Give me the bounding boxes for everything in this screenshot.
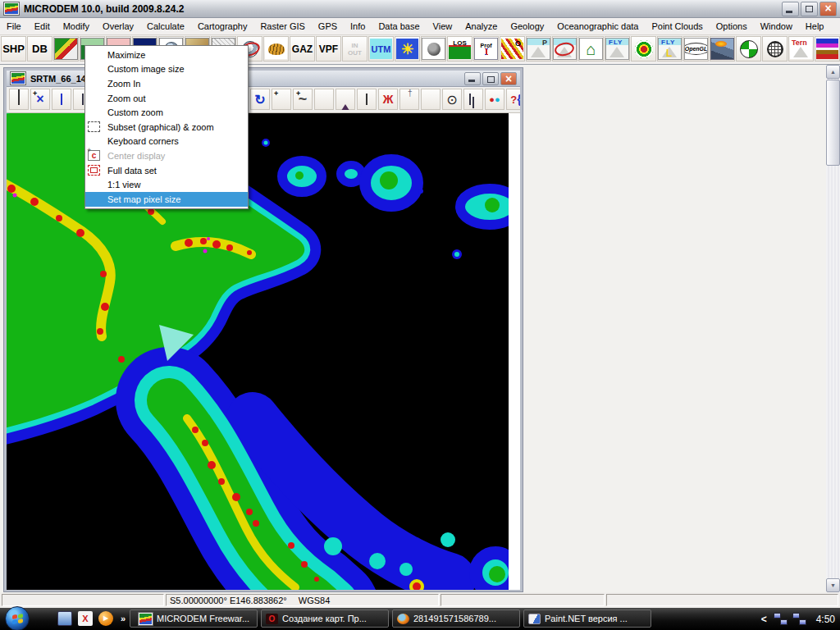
toolbar-tern-button[interactable]: Tern xyxy=(788,36,814,62)
context-menu-item-custom-zoom[interactable]: Custom zoom xyxy=(85,105,248,120)
toolbar-target-button[interactable] xyxy=(631,36,656,62)
context-menu-item-maximize[interactable]: Maximize xyxy=(85,48,248,62)
restore-button[interactable] xyxy=(801,2,818,16)
cone-icon xyxy=(338,94,353,104)
context-menu-item-1-1-view[interactable]: 1:1 view xyxy=(85,177,248,192)
scroll-down-button[interactable]: ▼ xyxy=(826,578,840,592)
menu-item-overlay[interactable]: Overlay xyxy=(96,19,140,34)
toolbar-terrain-block-button[interactable] xyxy=(710,36,735,62)
task-button-opera[interactable]: Создание карт. Пр... xyxy=(261,609,389,628)
toolbar-db-button[interactable]: DB xyxy=(27,36,52,62)
menu-item-data-base[interactable]: Data base xyxy=(372,19,426,34)
map-toolbar-blink-button[interactable] xyxy=(485,89,504,110)
map-window[interactable]: SRTM_66_14 xyxy=(4,68,523,591)
menu-item-options[interactable]: Options xyxy=(710,19,754,34)
toolbar-strat-column-button[interactable] xyxy=(815,36,840,62)
map-toolbar-query-button[interactable] xyxy=(506,89,520,110)
menu-item-geology[interactable]: Geology xyxy=(504,19,550,34)
menu-item-window[interactable]: Window xyxy=(754,19,799,34)
map-toolbar-route-button[interactable] xyxy=(293,89,313,110)
circle-quarters-icon xyxy=(737,39,760,59)
map-toolbar-river-button[interactable] xyxy=(357,89,377,110)
menu-item-point-clouds[interactable]: Point Clouds xyxy=(645,19,709,34)
menu-item-cartography[interactable]: Cartography xyxy=(191,19,254,34)
map-toolbar-measure-button[interactable] xyxy=(272,89,291,110)
context-menu-item-keyboard-corners[interactable]: Keyboard corners xyxy=(85,135,248,149)
context-menu-item-zoom-in[interactable]: Zoom In xyxy=(85,76,248,91)
close-button[interactable] xyxy=(819,2,837,16)
quicklaunch-media-icon[interactable] xyxy=(98,611,113,626)
network-icon-1[interactable] xyxy=(774,613,788,625)
toolbar-tiger-button[interactable] xyxy=(263,36,289,62)
toolbar-mtn-x-button[interactable] xyxy=(552,36,578,62)
toolbar-inout-button[interactable]: INOUT xyxy=(342,36,368,62)
toolbar-house-button[interactable] xyxy=(578,36,604,62)
context-menu-item-zoom-out[interactable]: Zoom out xyxy=(85,91,248,106)
toolbar-gaz-button[interactable]: GAZ xyxy=(290,36,315,62)
start-button[interactable] xyxy=(5,606,30,630)
tray-chevron-icon[interactable]: < xyxy=(761,614,767,625)
toolbar-fly-button[interactable]: FLY xyxy=(605,36,630,62)
map-toolbar-graph-button[interactable] xyxy=(52,89,71,110)
quicklaunch-calc-icon[interactable] xyxy=(57,611,72,626)
map-window-title-bar[interactable]: SRTM_66_14 xyxy=(7,71,520,87)
context-menu-item-set-map-pixel-size[interactable]: Set map pixel size xyxy=(85,192,248,207)
toolbar-globe-wire-button[interactable] xyxy=(762,36,788,62)
context-menu-item-center-display[interactable]: Center display xyxy=(85,148,248,163)
task-button-paintnet[interactable]: Paint.NET версия ... xyxy=(523,609,651,628)
map-toolbar-circle-dot-button[interactable] xyxy=(442,89,462,110)
map-restore-button[interactable] xyxy=(482,72,499,85)
task-button-microdem[interactable]: MICRODEM Freewar... xyxy=(130,609,258,628)
toolbar-utm-button[interactable]: UTM xyxy=(368,36,394,62)
toolbar-opengl-button[interactable]: OpenGL xyxy=(683,36,709,62)
task-button-firefox[interactable]: 281491571586789... xyxy=(392,609,520,628)
context-menu-item-full-data-set[interactable]: Full data set xyxy=(85,163,248,178)
toolbar-fly-l-button[interactable]: FLY xyxy=(657,36,682,62)
mdi-vertical-scrollbar[interactable]: ▲ ▼ xyxy=(826,65,840,592)
network-icon-2[interactable] xyxy=(792,613,806,625)
toolbar-vpf-button[interactable]: VPF xyxy=(316,36,341,62)
map-toolbar-cone-button[interactable] xyxy=(336,89,355,110)
menu-item-view[interactable]: View xyxy=(427,19,459,34)
context-menu-item-subset-graphical-zoom[interactable]: Subset (graphical) & zoom xyxy=(85,120,248,135)
toolbar-strata-button[interactable]: O xyxy=(500,36,525,62)
elevation-map[interactable] xyxy=(7,113,509,590)
menu-item-edit[interactable]: Edit xyxy=(28,19,57,34)
target-icon xyxy=(632,39,655,59)
context-menu-item-custom-image-size[interactable]: Custom image size xyxy=(85,62,248,77)
menu-item-calculate[interactable]: Calculate xyxy=(140,19,191,34)
map-close-button[interactable] xyxy=(500,72,517,85)
toolbar-mtn-p-button[interactable]: P xyxy=(526,36,551,62)
map-toolbar-copy-button[interactable] xyxy=(463,89,483,110)
map-toolbar-hatch-button[interactable] xyxy=(421,89,441,110)
map-toolbar-print-button[interactable] xyxy=(9,89,29,110)
menu-item-analyze[interactable]: Analyze xyxy=(459,19,504,34)
map-toolbar xyxy=(7,87,520,113)
menu-item-oceanographic-data[interactable]: Oceanographic data xyxy=(550,19,645,34)
menu-item-modify[interactable]: Modify xyxy=(57,19,96,34)
menu-item-help[interactable]: Help xyxy=(799,19,831,34)
scroll-thumb[interactable] xyxy=(826,80,840,166)
map-toolbar-redraw-button[interactable] xyxy=(250,89,270,110)
minimize-button[interactable] xyxy=(782,2,799,16)
toolbar-prof-button[interactable]: Prof xyxy=(473,36,499,62)
map-minimize-button[interactable] xyxy=(464,72,481,85)
map-toolbar-antenna-button[interactable] xyxy=(378,89,398,110)
title-bar[interactable]: MICRODEM 10.0, build 2009.8.24.2 xyxy=(0,0,840,18)
menu-item-file[interactable]: File xyxy=(0,19,28,34)
menu-item-gps[interactable]: GPS xyxy=(312,19,344,34)
toolbar-los-button[interactable]: LOS xyxy=(447,36,472,62)
toolbar-moon-button[interactable] xyxy=(421,36,446,62)
quicklaunch-overflow-chevron[interactable]: » xyxy=(121,614,126,623)
toolbar-sun-button[interactable] xyxy=(395,36,420,62)
map-toolbar-polygon-button[interactable] xyxy=(314,89,334,110)
toolbar-shp-button[interactable]: SHP xyxy=(1,36,26,62)
quicklaunch-graphics-icon[interactable] xyxy=(78,611,93,626)
scroll-up-button[interactable]: ▲ xyxy=(826,65,840,79)
map-toolbar-export-map-button[interactable] xyxy=(30,89,50,110)
toolbar-circle-quarters-button[interactable] xyxy=(736,36,761,62)
toolbar-dem-thumb-button[interactable] xyxy=(53,36,79,62)
menu-item-info[interactable]: Info xyxy=(344,19,372,34)
menu-item-raster-gis[interactable]: Raster GIS xyxy=(253,19,311,34)
map-toolbar-horizon-button[interactable] xyxy=(399,89,419,110)
